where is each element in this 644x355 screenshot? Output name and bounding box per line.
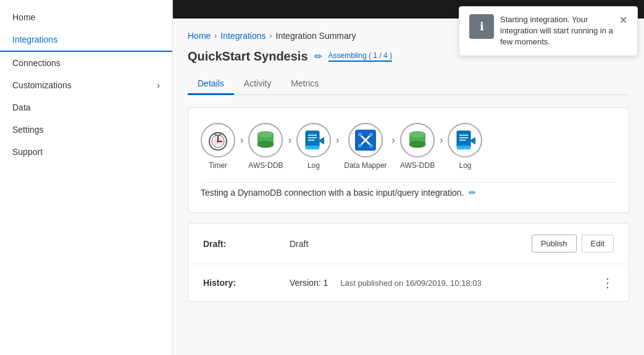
svg-point-26 (409, 141, 425, 148)
breadcrumb-sep-1: › (214, 31, 217, 40)
svg-point-27 (409, 132, 425, 138)
draft-actions: Publish Edit (532, 235, 614, 253)
db-icon-1 (248, 123, 283, 157)
sidebar-item-label: Data (12, 102, 31, 112)
sidebar-item-label: Support (12, 147, 43, 157)
tab-details[interactable]: Details (188, 73, 234, 95)
info-icon: ℹ (469, 14, 494, 39)
tab-metrics[interactable]: Metrics (281, 73, 328, 95)
tabs: Details Activity Metrics (188, 73, 629, 95)
svg-point-9 (257, 141, 274, 148)
flow-steps: Timer › AWS-DDB › (201, 123, 616, 170)
svg-point-20 (358, 133, 362, 136)
edit-description-icon[interactable]: ✏ (469, 188, 476, 198)
svg-point-23 (369, 144, 373, 148)
svg-rect-12 (306, 146, 319, 149)
flow-step-aws-ddb-2: AWS-DDB (400, 123, 435, 170)
flow-label-log-1: Log (307, 161, 320, 170)
flow-arrow-3: › (336, 135, 339, 146)
svg-rect-29 (457, 146, 470, 149)
sidebar-item-integrations[interactable]: Integrations (0, 28, 172, 52)
flow-label-data-mapper: Data Mapper (344, 161, 387, 170)
chevron-right-icon: › (157, 80, 160, 90)
sidebar-item-label: Customizations (12, 80, 72, 90)
breadcrumb-home[interactable]: Home (188, 31, 211, 41)
sidebar-item-settings[interactable]: Settings (0, 119, 172, 141)
svg-point-22 (358, 144, 362, 148)
details-card: Draft: Draft Publish Edit History: Versi… (188, 223, 629, 302)
sidebar: Home Integrations Connections Customizat… (0, 0, 173, 355)
flow-step-aws-ddb-1: AWS-DDB (248, 123, 283, 170)
draft-row: Draft: Draft Publish Edit (188, 223, 629, 264)
flow-label-aws-ddb-1: AWS-DDB (248, 161, 283, 170)
flow-step-timer: Timer (201, 123, 235, 170)
flow-step-log-1: Log (296, 123, 331, 170)
assembling-badge: Assembling ( 1 / 4 ) (328, 51, 392, 62)
version-label: Version: 1 (290, 278, 328, 288)
toast-message: Starting integration. Your integration w… (500, 14, 613, 48)
sidebar-item-label: Home (12, 12, 35, 22)
description-text: Testing a DynamoDB connection with a bas… (201, 188, 464, 198)
main-content: ℹ Starting integration. Your integration… (173, 0, 644, 355)
db-icon-2 (400, 123, 435, 157)
svg-point-6 (213, 136, 223, 146)
sidebar-item-label: Integrations (12, 35, 57, 44)
kebab-menu-button[interactable]: ⋮ (601, 275, 614, 290)
history-label: History: (203, 278, 290, 288)
timer-icon (201, 123, 235, 157)
svg-point-10 (257, 132, 274, 138)
tab-activity[interactable]: Activity (234, 73, 281, 95)
edit-title-icon[interactable]: ✏ (314, 51, 322, 62)
flow-step-data-mapper: Data Mapper (344, 123, 387, 170)
sidebar-item-support[interactable]: Support (0, 141, 172, 163)
svg-rect-11 (306, 131, 319, 148)
mapper-icon (348, 123, 383, 157)
sidebar-item-home[interactable]: Home (0, 6, 172, 28)
history-content: Version: 1 Last published on 16/09/2019,… (290, 278, 601, 288)
svg-point-5 (215, 133, 221, 135)
toast-close-button[interactable]: ✕ (619, 14, 627, 26)
breadcrumb-integrations[interactable]: Integrations (220, 31, 266, 41)
content-area: Home › Integrations › Integration Summar… (173, 19, 644, 314)
log-icon-2 (448, 123, 482, 157)
sidebar-item-customizations[interactable]: Customizations › (0, 74, 172, 96)
svg-point-21 (369, 133, 373, 136)
flow-label-log-2: Log (459, 161, 471, 170)
draft-value: Draft (290, 239, 532, 249)
flow-arrow-4: › (392, 135, 395, 146)
flow-label-timer: Timer (209, 161, 227, 170)
edit-button[interactable]: Edit (582, 235, 614, 253)
breadcrumb-current: Integration Summary (276, 31, 356, 41)
page-title: QuickStart Syndesis (188, 49, 308, 64)
sidebar-item-data[interactable]: Data (0, 96, 172, 119)
breadcrumb-sep-2: › (270, 31, 272, 40)
publish-button[interactable]: Publish (532, 235, 577, 253)
log-icon-1 (296, 123, 331, 157)
sidebar-item-label: Settings (12, 125, 44, 135)
svg-rect-28 (457, 131, 470, 148)
flow-arrow-1: › (240, 135, 243, 146)
draft-label: Draft: (203, 239, 290, 249)
flow-diagram: Timer › AWS-DDB › (188, 107, 629, 213)
sidebar-item-connections[interactable]: Connections (0, 52, 172, 74)
description-row: Testing a DynamoDB connection with a bas… (201, 182, 616, 198)
flow-arrow-5: › (440, 135, 443, 146)
toast-notification: ℹ Starting integration. Your integration… (459, 6, 638, 56)
flow-arrow-2: › (288, 135, 291, 146)
sidebar-item-label: Connections (12, 58, 61, 68)
flow-step-log-2: Log (448, 123, 482, 170)
flow-label-aws-ddb-2: AWS-DDB (400, 161, 435, 170)
published-date: Last published on 16/09/2019, 10:18:03 (340, 278, 481, 288)
history-row: History: Version: 1 Last published on 16… (188, 264, 629, 301)
